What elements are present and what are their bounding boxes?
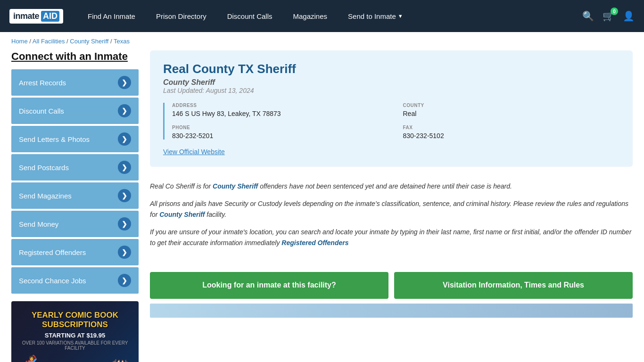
user-icon[interactable]: 👤 (623, 10, 635, 22)
logo-text: inmate (13, 11, 39, 21)
nav-find-an-inmate[interactable]: Find An Inmate (77, 0, 146, 32)
address-label: ADDRESS (172, 103, 389, 108)
arrow-icon: ❯ (118, 161, 131, 174)
cta-row: Looking for an inmate at this facility? … (150, 272, 633, 299)
sidebar-item-send-money[interactable]: Send Money ❯ (11, 211, 139, 237)
sidebar-item-arrest-records[interactable]: Arrest Records ❯ (11, 69, 139, 96)
description-section: Real Co Sheriff is for County Sheriff of… (150, 176, 633, 263)
phone-label: PHONE (172, 125, 389, 130)
nav-send-to-inmate[interactable]: Send to Inmate▼ (338, 0, 413, 32)
superman-icon: 🦸 (18, 354, 41, 362)
breadcrumb-texas[interactable]: Texas (114, 38, 130, 45)
sidebar-ad[interactable]: YEARLY COMIC BOOKSUBSCRIPTIONS STARTING … (11, 301, 139, 362)
breadcrumb: Home / All Facilities / County Sheriff /… (0, 32, 644, 50)
batman-icon: 🦇 (108, 354, 132, 362)
cart-badge: 0 (611, 8, 618, 15)
ad-note: OVER 100 VARIATIONS AVAILABLE FOR EVERY … (18, 340, 132, 351)
arrow-icon: ❯ (118, 132, 131, 146)
sidebar-menu: Arrest Records ❯ Discount Calls ❯ Send L… (11, 69, 139, 294)
desc-para-3: If you are unsure of your inmate's locat… (150, 227, 633, 248)
fax-value: 830-232-5102 (403, 132, 620, 140)
facility-type: County Sheriff (163, 78, 619, 87)
arrow-icon: ❯ (118, 76, 131, 89)
arrow-icon: ❯ (118, 189, 131, 202)
cart-icon[interactable]: 🛒 0 (603, 10, 614, 22)
sidebar-item-send-magazines[interactable]: Send Magazines ❯ (11, 182, 139, 209)
logo[interactable]: inmate AID (9, 9, 63, 24)
breadcrumb-home[interactable]: Home (11, 38, 28, 45)
breadcrumb-all-facilities[interactable]: All Facilities (33, 38, 65, 45)
county-value: Real (403, 110, 620, 117)
sidebar-item-discount-calls[interactable]: Discount Calls ❯ (11, 98, 139, 124)
address-value: 146 S US Hwy 83, Leakey, TX 78873 (172, 110, 389, 117)
ad-title: YEARLY COMIC BOOKSUBSCRIPTIONS (32, 311, 118, 330)
phone-value: 830-232-5201 (172, 132, 389, 140)
visitation-info-button[interactable]: Visitation Information, Times and Rules (394, 272, 633, 299)
fax-block: FAX 830-232-5102 (403, 125, 620, 140)
desc-para-1: Real Co Sheriff is for County Sheriff of… (150, 181, 633, 192)
facility-name: Real County TX Sheriff (163, 62, 619, 76)
nav-icons: 🔍 🛒 0 👤 (582, 10, 635, 22)
fax-label: FAX (403, 125, 620, 130)
ad-subtitle: STARTING AT $19.95 (45, 332, 105, 339)
nav-links: Find An Inmate Prison Directory Discount… (77, 0, 582, 32)
facility-updated: Last Updated: August 13, 2024 (163, 87, 619, 94)
nav-discount-calls[interactable]: Discount Calls (217, 0, 283, 32)
county-label: COUNTY (403, 103, 620, 108)
desc-para-2: All prisons and jails have Security or C… (150, 198, 633, 220)
county-block: COUNTY Real (403, 103, 620, 117)
logo-aid: AID (41, 11, 59, 22)
sidebar-item-send-letters[interactable]: Send Letters & Photos ❯ (11, 126, 139, 152)
sidebar-item-second-chance-jobs[interactable]: Second Chance Jobs ❯ (11, 267, 139, 294)
arrow-icon: ❯ (118, 104, 131, 117)
address-block: ADDRESS 146 S US Hwy 83, Leakey, TX 7887… (172, 103, 389, 117)
main-content: Real County TX Sheriff County Sheriff La… (150, 50, 633, 362)
search-icon[interactable]: 🔍 (582, 10, 594, 22)
find-inmate-button[interactable]: Looking for an inmate at this facility? (150, 272, 388, 299)
facility-details: ADDRESS 146 S US Hwy 83, Leakey, TX 7887… (163, 103, 619, 140)
breadcrumb-county-sheriff[interactable]: County Sheriff (70, 38, 108, 45)
sidebar-item-send-postcards[interactable]: Send Postcards ❯ (11, 154, 139, 181)
registered-offenders-link[interactable]: Registered Offenders (281, 239, 348, 247)
navbar: inmate AID Find An Inmate Prison Directo… (0, 0, 644, 32)
nav-prison-directory[interactable]: Prison Directory (146, 0, 217, 32)
facility-website-link[interactable]: View Official Website (163, 148, 225, 156)
main-layout: Connect with an Inmate Arrest Records ❯ … (0, 50, 644, 362)
nav-magazines[interactable]: Magazines (283, 0, 338, 32)
arrow-icon: ❯ (118, 217, 131, 230)
ad-heroes: 🦸 🦇 (18, 354, 132, 362)
facility-card: Real County TX Sheriff County Sheriff La… (150, 50, 633, 167)
sidebar-item-registered-offenders[interactable]: Registered Offenders ❯ (11, 239, 139, 265)
arrow-icon: ❯ (118, 246, 131, 259)
sidebar-title: Connect with an Inmate (11, 50, 139, 63)
arrow-icon: ❯ (118, 274, 131, 287)
phone-block: PHONE 830-232-5201 (172, 125, 389, 140)
bottom-image-strip (150, 304, 633, 318)
sidebar: Connect with an Inmate Arrest Records ❯ … (11, 50, 139, 362)
